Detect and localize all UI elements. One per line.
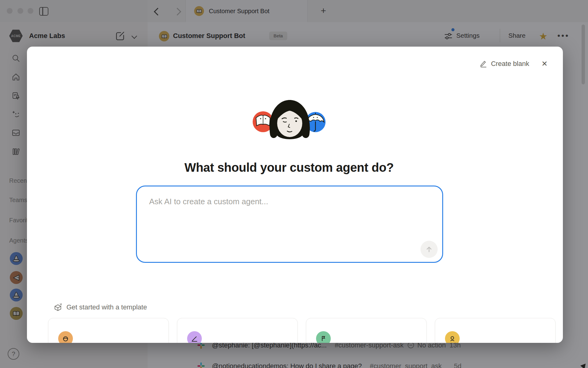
template-icon-yellow (445, 331, 460, 343)
template-card[interactable] (177, 318, 298, 343)
create-blank-button[interactable]: Create blank (479, 60, 529, 68)
template-icon-orange (58, 331, 73, 343)
submit-prompt-button[interactable] (420, 241, 438, 258)
app-window: Customer Support Bot + ACME Acme Labs Cu… (0, 0, 588, 368)
template-card[interactable] (435, 318, 556, 343)
template-icon-purple (187, 331, 202, 343)
template-card[interactable] (48, 318, 169, 343)
template-box-icon (54, 303, 62, 312)
create-agent-modal: Create blank ✕ (27, 47, 563, 343)
pen-icon (479, 60, 487, 68)
modal-heading: What should your custom agent do? (27, 161, 551, 174)
agent-illustration (252, 99, 326, 145)
template-section-header: Get started with a template (54, 303, 147, 312)
template-card[interactable] (306, 318, 427, 343)
template-icon-green (316, 331, 331, 343)
agent-prompt-input[interactable] (136, 186, 443, 263)
close-icon[interactable]: ✕ (541, 59, 548, 68)
arrow-up-icon (425, 245, 433, 254)
